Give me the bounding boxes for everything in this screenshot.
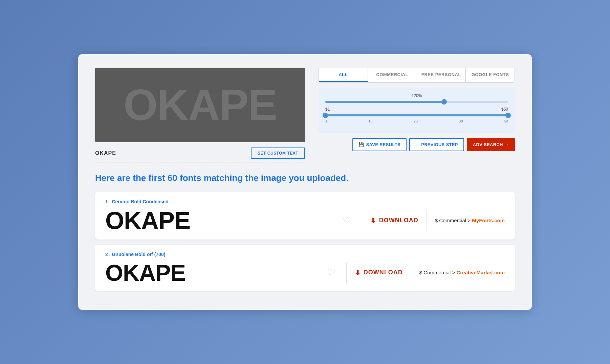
font-preview-text: OKAPE bbox=[124, 79, 277, 130]
font-result-name-2: 2 . Gnuolane Bold otf (700) bbox=[105, 252, 505, 257]
font-result-row-2: OKAPE ♡ ⬇ DOWNLOAD $ Commercial > Creati… bbox=[105, 261, 505, 284]
font-preview-box: OKAPE bbox=[95, 68, 305, 142]
previous-step-label: ← PREVIOUS STEP bbox=[415, 142, 458, 147]
actions-row: 💾 SAVE RESULTS ← PREVIOUS STEP ADV SEARC… bbox=[319, 138, 515, 151]
save-icon: 💾 bbox=[358, 142, 364, 147]
size-slider-track bbox=[325, 101, 508, 103]
previous-step-button[interactable]: ← PREVIOUS STEP bbox=[409, 138, 464, 151]
font-result-card-1: 1 . Cervino Bold Condensed OKAPE ♡ ⬇ DOW… bbox=[95, 192, 515, 240]
commercial-info-1: $ Commercial > MyFonts.com bbox=[435, 218, 505, 223]
font-result-name-1: 1 . Cervino Bold Condensed bbox=[105, 199, 505, 204]
download-button-1[interactable]: ⬇ DOWNLOAD bbox=[370, 217, 418, 225]
tab-google-fonts[interactable]: GOOGLE FONTS bbox=[466, 68, 515, 82]
divider-2 bbox=[427, 210, 427, 231]
price-row: $1 $50 bbox=[325, 107, 508, 112]
font-name-1: Cervino Bold Condensed bbox=[112, 199, 168, 204]
tab-commercial[interactable]: COMMERCIAL bbox=[368, 68, 417, 82]
myfonts-link-1[interactable]: MyFonts.com bbox=[472, 218, 505, 223]
divider-3 bbox=[346, 263, 347, 283]
download-button-2[interactable]: ⬇ DOWNLOAD bbox=[355, 269, 403, 277]
font-number-2: 2 bbox=[105, 252, 108, 257]
preview-area: OKAPE SET CUSTOM TEXT bbox=[95, 68, 305, 162]
custom-text-input[interactable] bbox=[95, 150, 247, 156]
main-card: OKAPE SET CUSTOM TEXT ALL COMMERCIAL FRE… bbox=[78, 54, 532, 310]
download-icon-1: ⬇ bbox=[370, 217, 376, 225]
price-slider-track bbox=[325, 114, 508, 116]
commercial-text-2: $ Commercial > bbox=[419, 270, 455, 275]
download-label-1: DOWNLOAD bbox=[379, 217, 418, 224]
divider-4 bbox=[411, 263, 411, 283]
price-max-label: $50 bbox=[501, 107, 508, 112]
price-min-label: $1 bbox=[325, 107, 330, 112]
size-slider-label: 120% bbox=[325, 93, 508, 98]
font-number-1: 1 bbox=[105, 199, 108, 204]
save-results-label: SAVE RESULTS bbox=[366, 142, 400, 147]
price-slider-thumb-right[interactable] bbox=[505, 113, 511, 118]
divider-1 bbox=[362, 210, 362, 231]
size-slider-thumb[interactable] bbox=[441, 99, 447, 105]
filter-tabs: ALL COMMERCIAL FREE PERSONAL GOOGLE FONT… bbox=[319, 68, 515, 83]
price-scale-50: 50 bbox=[504, 119, 508, 123]
results-heading: Here are the first 60 fonts matching the… bbox=[95, 173, 515, 184]
creativemarket-link-1[interactable]: CreativeMarket.com bbox=[456, 270, 505, 275]
price-slider-fill bbox=[325, 114, 508, 116]
set-custom-text-button[interactable]: SET CUSTOM TEXT bbox=[251, 147, 305, 159]
favorite-button-2[interactable]: ♡ bbox=[324, 267, 338, 278]
download-label-2: DOWNLOAD bbox=[364, 269, 403, 276]
save-results-button[interactable]: 💾 SAVE RESULTS bbox=[352, 138, 407, 151]
price-scale-1: 1 bbox=[325, 119, 327, 123]
price-scale-38: 38 bbox=[459, 119, 463, 123]
size-slider-row: 120% bbox=[325, 93, 508, 103]
font-sample-1: OKAPE bbox=[105, 208, 340, 233]
tab-free-personal[interactable]: FREE PERSONAL bbox=[417, 68, 466, 82]
custom-text-row: SET CUSTOM TEXT bbox=[95, 147, 305, 162]
font-name-2: Gnuolane Bold otf (700) bbox=[112, 252, 165, 257]
price-scale: 1 13 26 38 50 bbox=[325, 119, 508, 123]
commercial-info-2: $ Commercial > CreativeMarket.com bbox=[419, 270, 505, 275]
commercial-text-1: $ Commercial > bbox=[435, 218, 471, 223]
right-panel: ALL COMMERCIAL FREE PERSONAL GOOGLE FONT… bbox=[319, 68, 515, 162]
price-scale-13: 13 bbox=[368, 119, 372, 123]
adv-search-button[interactable]: ADV SEARCH → bbox=[467, 138, 515, 151]
adv-search-label: ADV SEARCH → bbox=[473, 142, 509, 147]
favorite-button-1[interactable]: ♡ bbox=[340, 215, 354, 226]
top-section: OKAPE SET CUSTOM TEXT ALL COMMERCIAL FRE… bbox=[95, 68, 515, 162]
price-scale-26: 26 bbox=[414, 119, 418, 123]
price-slider-row: $1 $50 1 13 26 38 50 bbox=[325, 107, 508, 123]
font-result-card-2: 2 . Gnuolane Bold otf (700) OKAPE ♡ ⬇ DO… bbox=[95, 245, 515, 291]
download-icon-2: ⬇ bbox=[355, 269, 361, 277]
sliders-section: 120% $1 $50 bbox=[319, 88, 515, 133]
font-result-row-1: OKAPE ♡ ⬇ DOWNLOAD $ Commercial > MyFont… bbox=[105, 208, 505, 233]
price-slider-thumb-left[interactable] bbox=[323, 113, 328, 118]
tab-all[interactable]: ALL bbox=[319, 68, 368, 82]
font-sample-2: OKAPE bbox=[105, 261, 324, 284]
size-slider-fill bbox=[325, 101, 444, 103]
